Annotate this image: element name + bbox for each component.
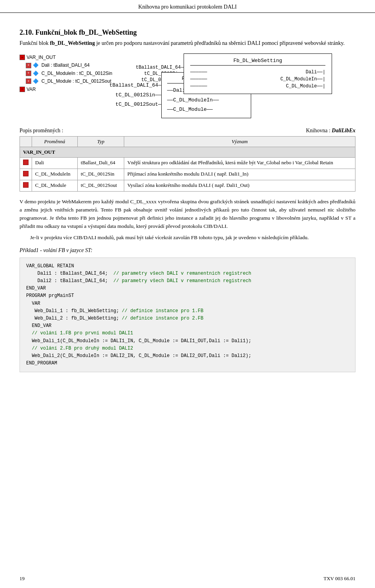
tree-item-modulein: + 🔷 C_DL_ModuleIn : tC_DL_0012Sin xyxy=(20,69,112,77)
tree-icon-plus2: + xyxy=(26,71,31,76)
fb-port-row-2: —————— C_DL_ModuleIn——| xyxy=(190,76,325,83)
row-name-2: C_DL_ModuleIn xyxy=(32,169,78,180)
code-line-10: // volání 1.FB pro první modul DALI1 xyxy=(26,330,133,336)
tree-icon-img3: 🔷 xyxy=(33,77,39,85)
page-number: 19 xyxy=(20,576,25,582)
code-line-2: Dali1 : tBallast_DALI_64; // parametry v… xyxy=(26,271,251,276)
fb-port-row-1: —————— Dali——| xyxy=(190,69,325,76)
tree-icon-plus3: + xyxy=(26,78,31,84)
code-comment-2: // parametry všech DALI v remanentních r… xyxy=(113,271,251,276)
tree-icon-img: 🔷 xyxy=(33,61,39,69)
code-block: VAR_GLOBAL RETAIN Dali1 : tBallast_DALI_… xyxy=(20,258,355,373)
example-heading: Příklad1 - volání FB v jazyce ST: xyxy=(20,247,355,254)
diag-label-3: tC_DL_0012Sout— xyxy=(109,100,161,110)
code-line-7: Web_Dali_1 : fb_DL_WebSetting; // defini… xyxy=(26,308,204,314)
page-header: Knihovna pro komunikaci protokolem DALI xyxy=(0,0,375,13)
tree-label-module: C_DL_Module : tC_DL_0012Sout xyxy=(41,77,111,85)
fb-port-output-3: C_DL_Module——| xyxy=(286,83,325,89)
code-line-3: Dali2 : tBallast_DALI_64; // parametry v… xyxy=(26,278,251,284)
tree-label-var: VAR xyxy=(27,85,36,93)
fb-input-1: tBallast_DALI_64— xyxy=(136,65,183,70)
row-type-3: tC_DL_0012Sout xyxy=(77,180,124,192)
code-line-4: END_VAR xyxy=(26,286,46,291)
section-heading: 2.10. Funkční_blok fb_DL_WebSetting xyxy=(20,28,355,37)
tree-icon-img2: 🔷 xyxy=(33,69,39,77)
code-line-11: Web_Dali_1(C_DL_ModuleIn := DALI1_IN, C_… xyxy=(26,338,251,344)
tree-label-modulein: C_DL_ModuleIn : tC_DL_0012Sin xyxy=(41,69,112,77)
fb-diagram: Fb_DL_WebSetting —————— Dali——| —————— C… xyxy=(184,53,332,94)
fb-title: Fb_DL_WebSetting xyxy=(190,58,325,66)
tree-icon-plus: + xyxy=(26,63,31,68)
code-line-13: Web_Dali_2(C_DL_ModuleIn := DALI2_IN, C_… xyxy=(26,353,251,359)
fb-port-input-3: —————— xyxy=(190,83,207,89)
row-icon-2 xyxy=(20,169,32,180)
var-in-out-label: VAR_IN_OUT xyxy=(20,147,355,158)
table-row-dali: Dali tBallast_Dali_64 Vnější struktura p… xyxy=(20,158,355,169)
code-comment-3: // parametry všech DALI v remanentních r… xyxy=(113,278,251,284)
tree-label: VAR_IN_OUT xyxy=(27,53,55,61)
diag-label-1: tBallast_DALI_64— xyxy=(109,81,161,91)
description-block: V demo projektu je WebMakerem pro každý … xyxy=(20,198,355,242)
row-desc-1: Vnější struktura pro odkládání dat Předř… xyxy=(124,158,355,169)
row-desc-2: Přijímací zóna konkrétního modulu DALI (… xyxy=(124,169,355,180)
fb-port-input-2: —————— xyxy=(190,76,207,82)
code-comment-8: // definice instance pro 2.FB xyxy=(122,316,204,321)
table-header-library: DaliLibEx xyxy=(332,128,355,133)
code-line-14: END_PROGRAM xyxy=(26,361,57,366)
col-icon xyxy=(20,137,32,147)
code-line-12: // volání 2.FB pro druhý modul DALI2 xyxy=(26,346,133,351)
col-vyznam: Význam xyxy=(124,137,355,147)
fb-port-output-2: C_DL_ModuleIn——| xyxy=(280,76,325,82)
fb-port-input-1: —————— xyxy=(190,69,207,75)
fb-port-rows: —————— Dali——| —————— C_DL_ModuleIn——| —… xyxy=(190,69,325,90)
col-typ: Typ xyxy=(77,137,124,147)
icon-sq-1 xyxy=(23,160,29,165)
diagram-port-3: ——C_DL_Module—— xyxy=(167,105,245,115)
table-header-right: Knihovna : DaliLibEx xyxy=(306,128,355,134)
table-header-row: Popis proměnných : Knihovna : DaliLibEx xyxy=(20,128,355,134)
diag-label-2: tC_DL_0012Sin—— xyxy=(109,91,161,100)
table-section-header: VAR_IN_OUT xyxy=(20,147,355,158)
page-footer: 19 TXV 003 66.01 xyxy=(0,576,375,582)
desc-para1: V demo projektu je WebMakerem pro každý … xyxy=(20,198,355,231)
code-line-8: Web_Dali_2 : fb_DL_WebSetting; // defini… xyxy=(26,316,204,321)
row-icon-3 xyxy=(20,180,32,192)
table-row-module: C_DL_Module tC_DL_0012Sout Vysílací zóna… xyxy=(20,180,355,192)
row-name-1: Dali xyxy=(32,158,78,169)
doc-number: TXV 003 66.01 xyxy=(323,576,355,582)
row-icon-1 xyxy=(20,158,32,169)
icon-sq-2 xyxy=(23,171,29,176)
tree-panel: − VAR_IN_OUT + 🔷 Dali : tBallast_DALI_64… xyxy=(20,53,112,94)
icon-sq-3 xyxy=(23,182,29,188)
table-header-left: Popis proměnných : xyxy=(20,128,63,134)
tree-icon-minus: − xyxy=(20,55,25,60)
row-type-2: tC_DL_0012Sin xyxy=(77,169,124,180)
tree-item-var: − VAR xyxy=(20,85,112,93)
col-promenna: Proměnná xyxy=(32,137,78,147)
code-line-6: VAR xyxy=(26,301,40,306)
diagram-port-2: ——C_DL_ModuleIn—— xyxy=(167,96,245,105)
tree-label-dali: Dali : tBallast_DALI_64 xyxy=(41,61,89,69)
tree-item-dali: + 🔷 Dali : tBallast_DALI_64 xyxy=(20,61,112,69)
row-name-3: C_DL_Module xyxy=(32,180,78,192)
fb-port-row-3: —————— C_DL_Module——| xyxy=(190,83,325,90)
fb-port-output-1: Dali——| xyxy=(305,69,325,75)
table-row-modulein: C_DL_ModuleIn tC_DL_0012Sin Přijímací zó… xyxy=(20,169,355,180)
diagram-left-labels: tBallast_DALI_64— tC_DL_0012Sin—— tC_DL_… xyxy=(109,72,161,118)
tree-item-module: + 🔷 C_DL_Module : tC_DL_0012Sout xyxy=(20,77,112,85)
section-intro: Funkční blok fb_DL_WebSetting je určen p… xyxy=(20,39,355,47)
tree-icon-minus2: − xyxy=(20,87,25,92)
tree-item-var-in-out: − VAR_IN_OUT xyxy=(20,53,112,61)
desc-para2: Je-li v projektu více CIB/DALI modulů, p… xyxy=(20,234,355,242)
header-title: Knihovna pro komunikaci protokolem DALI xyxy=(138,4,237,10)
table-header-right-prefix: Knihovna : xyxy=(306,128,332,133)
row-desc-3: Vysílací zóna konkrétního modulu DALI ( … xyxy=(124,180,355,192)
code-line-1: VAR_GLOBAL RETAIN xyxy=(26,263,74,269)
variable-table: Proměnná Typ Význam VAR_IN_OUT Dali tBal… xyxy=(20,136,355,192)
code-line-5: PROGRAM prgMainST xyxy=(26,293,74,298)
row-type-1: tBallast_Dali_64 xyxy=(77,158,124,169)
code-comment-7: // definice instance pro 1.FB xyxy=(122,308,204,314)
diagram-area: − VAR_IN_OUT + 🔷 Dali : tBallast_DALI_64… xyxy=(20,53,355,94)
code-line-9: END_VAR xyxy=(26,323,52,329)
